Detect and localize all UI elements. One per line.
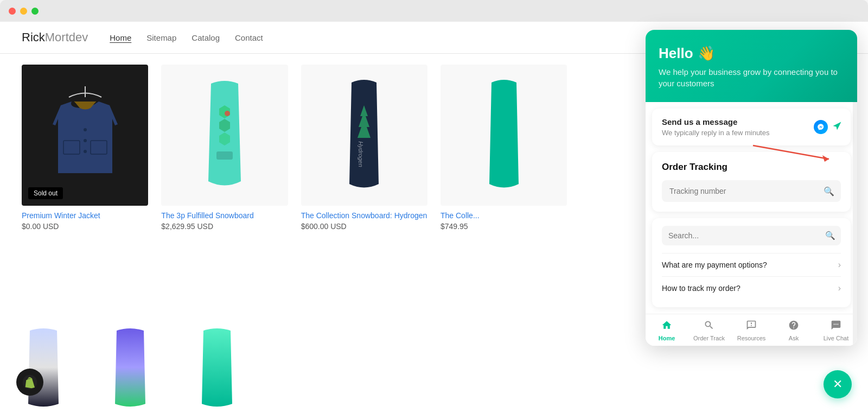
nav-sitemap[interactable]: Sitemap <box>146 33 176 42</box>
faq-chevron-track: › <box>838 283 841 293</box>
nav-catalog[interactable]: Catalog <box>192 33 220 42</box>
product-name-partial[interactable]: The Colle... <box>441 211 567 220</box>
product-image-partial <box>441 65 567 206</box>
product-name-snowboard-green[interactable]: The 3p Fulfilled Snowboard <box>161 211 288 220</box>
product-image-jacket: Sold out <box>22 65 148 206</box>
send-arrow-icon <box>832 121 842 134</box>
product-card-partial[interactable]: The Colle... $749.95 <box>441 65 567 401</box>
greeting-text: Hello <box>659 45 693 62</box>
product-price-jacket: $0.00 USD <box>22 222 148 231</box>
sold-out-badge: Sold out <box>28 187 63 199</box>
nav-contact[interactable]: Contact <box>235 33 263 42</box>
svg-point-6 <box>225 111 230 116</box>
widget-greeting: Hello 👋 <box>659 45 844 62</box>
order-tracking-section: Order Tracking 🔍 <box>652 152 851 212</box>
widget-header: Hello 👋 We help your business grow by co… <box>646 30 857 102</box>
ask-nav-label: Ask <box>789 335 799 341</box>
resources-nav-icon <box>746 320 757 333</box>
product-name-snowboard-hydrogen[interactable]: The Collection Snowboard: Hydrogen <box>301 211 427 220</box>
widget-nav-live-chat[interactable]: Live Chat <box>815 320 857 341</box>
tracking-search-icon: 🔍 <box>824 186 834 197</box>
svg-rect-7 <box>216 151 233 160</box>
message-card[interactable]: Send us a message We typically reply in … <box>652 109 851 145</box>
brand-logo: RickMortdev <box>22 30 88 45</box>
widget-nav-resources[interactable]: Resources <box>730 320 773 341</box>
product-card-snowboard-hydrogen[interactable]: Hydrogen The Collection Snowboard: Hydro… <box>301 65 427 401</box>
svg-text:Hydrogen: Hydrogen <box>358 141 364 167</box>
home-nav-icon <box>661 320 672 333</box>
order-track-nav-label: Order Track <box>693 335 725 341</box>
faq-text-track: How to track my order? <box>662 284 741 293</box>
product-price-partial: $749.95 <box>441 222 567 231</box>
widget-nav-ask[interactable]: Ask <box>773 320 815 341</box>
faq-item-track[interactable]: How to track my order? › <box>662 276 841 300</box>
tracking-number-input[interactable] <box>662 180 841 202</box>
minimize-traffic-light[interactable] <box>20 8 27 15</box>
maximize-traffic-light[interactable] <box>31 8 39 15</box>
close-icon: ✕ <box>833 377 843 391</box>
shopify-button[interactable] <box>16 369 43 396</box>
search-faq-section: 🔍 What are my payment options? › How to … <box>652 218 851 307</box>
tracking-input-wrap: 🔍 <box>662 180 841 202</box>
nav-links: Home Sitemap Catalog Contact <box>110 33 263 42</box>
search-input[interactable] <box>662 226 841 245</box>
faq-text-payment: What are my payment options? <box>662 261 767 269</box>
order-tracking-title: Order Tracking <box>662 162 841 173</box>
resources-nav-label: Resources <box>737 335 766 341</box>
messenger-icon <box>814 120 828 134</box>
close-traffic-light[interactable] <box>9 8 16 15</box>
product-price-snowboard-hydrogen: $600.00 USD <box>301 222 427 231</box>
widget-bottom-nav: Home Order Track Resources Ask Live Chat <box>646 314 857 346</box>
home-nav-label: Home <box>659 335 675 341</box>
svg-point-2 <box>84 139 87 142</box>
product-price-snowboard-green: $2,629.95 USD <box>161 222 288 231</box>
product-image-snowboard-green <box>161 65 288 206</box>
nav-home[interactable]: Home <box>110 33 131 42</box>
live-chat-nav-icon <box>831 320 841 333</box>
svg-point-1 <box>84 128 87 131</box>
message-card-icons <box>814 120 842 134</box>
product-name-jacket[interactable]: Premium Winter Jacket <box>22 211 148 220</box>
chat-widget: Hello 👋 We help your business grow by co… <box>646 30 857 346</box>
widget-nav-home[interactable]: Home <box>646 320 688 341</box>
bottom-products-row <box>22 325 239 412</box>
live-chat-nav-label: Live Chat <box>824 335 848 341</box>
order-track-nav-icon <box>704 320 714 333</box>
svg-point-3 <box>84 150 87 153</box>
chat-close-button[interactable]: ✕ <box>824 370 852 398</box>
widget-subtitle: We help your business grow by connecting… <box>659 66 844 89</box>
ask-nav-icon <box>788 320 799 333</box>
faq-chevron-payment: › <box>838 260 841 270</box>
window-chrome <box>0 0 868 22</box>
faq-item-payment[interactable]: What are my payment options? › <box>662 253 841 276</box>
search-icon: 🔍 <box>825 231 835 240</box>
search-input-wrap: 🔍 <box>662 226 841 245</box>
wave-emoji: 👋 <box>698 45 715 62</box>
product-image-snowboard-hydrogen: Hydrogen <box>301 65 427 206</box>
widget-nav-order-track[interactable]: Order Track <box>688 320 730 341</box>
